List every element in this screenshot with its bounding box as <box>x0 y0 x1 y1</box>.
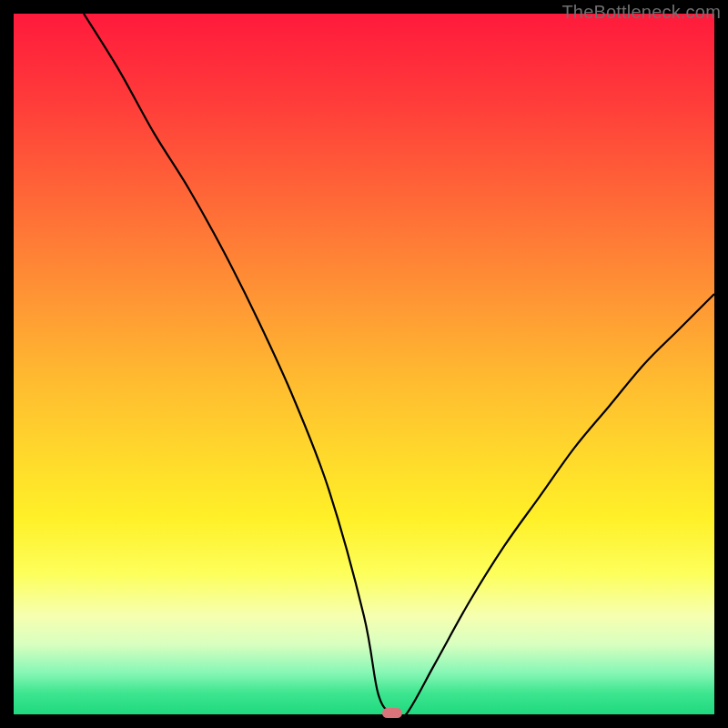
bottleneck-curve <box>14 14 714 714</box>
plot-area <box>14 14 714 714</box>
chart-container: TheBottleneck.com <box>0 0 728 728</box>
watermark-text: TheBottleneck.com <box>561 2 721 23</box>
optimum-marker <box>382 708 402 718</box>
